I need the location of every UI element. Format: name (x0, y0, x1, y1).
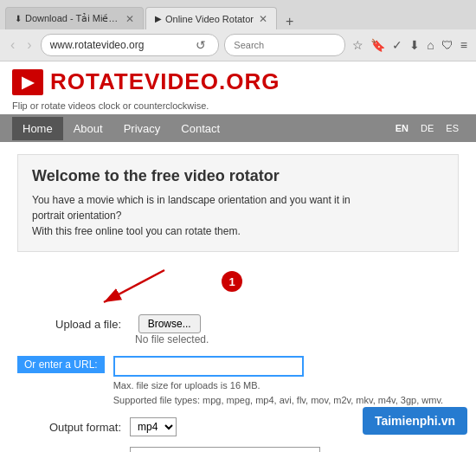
tab2-favicon: ▶ (155, 14, 162, 23)
welcome-line2: portrait orientation? (32, 210, 121, 222)
site-header: ROTATEVIDEO.ORG (0, 61, 476, 100)
arrow-area: 1 (17, 266, 459, 309)
tab1-favicon: ⬇ (15, 14, 22, 23)
output-label: Output format: (17, 417, 121, 434)
watermark: Taimienphi.vn (363, 407, 467, 435)
star-icon[interactable]: ☆ (351, 36, 365, 54)
search-box[interactable] (224, 34, 345, 56)
search-input[interactable] (234, 40, 336, 50)
home-icon[interactable]: ⌂ (425, 36, 435, 54)
download-icon[interactable]: ⬇ (408, 36, 421, 54)
lang-es[interactable]: ES (441, 120, 464, 136)
check-icon: ✓ (390, 36, 404, 54)
shield-icon: 🛡 (440, 36, 455, 54)
output-control: mp4 avi mov mkv (130, 417, 177, 436)
tab-bar: ⬇ Download - Tải Miền Phi... ✕ ▶ Online … (0, 0, 476, 29)
max-file-text: Max. file size for uploads is 16 MB. Sup… (113, 378, 443, 407)
url-box[interactable]: www.rotatevideo.org ↺ (41, 34, 220, 56)
logo-icon (12, 69, 43, 95)
nav-bar: Home About Privacy Contact EN DE ES (0, 114, 476, 142)
browser-chrome: ⬇ Download - Tải Miền Phi... ✕ ▶ Online … (0, 0, 476, 61)
tagline: Flip or rotate videos clock or countercl… (0, 100, 476, 114)
tab-download[interactable]: ⬇ Download - Tải Miền Phi... ✕ (5, 7, 144, 29)
browse-button[interactable]: Browse... (138, 314, 201, 333)
step-badge: 1 (222, 271, 242, 292)
nav-privacy[interactable]: Privacy (113, 117, 171, 140)
upload-row: Upload a file: Browse... No file selecte… (17, 314, 459, 345)
tab-rotatevideo[interactable]: ▶ Online Video Rotator ✕ (145, 7, 277, 29)
rotation-select[interactable]: Rotate by 90° clockwise. Rotate by 90° c… (130, 447, 320, 452)
forward-button[interactable]: › (23, 36, 35, 55)
nav-lang: EN DE ES (390, 120, 464, 136)
no-file-text: No file selected. (135, 333, 209, 345)
website: ROTATEVIDEO.ORG Flip or rotate videos cl… (0, 61, 476, 452)
welcome-title: Welcome to the free video rotator (32, 167, 444, 185)
back-button[interactable]: ‹ (7, 36, 18, 55)
url-label-button[interactable]: Or enter a URL: (17, 356, 105, 373)
address-bar: ‹ › www.rotatevideo.org ↺ ☆ 🔖 ✓ ⬇ ⌂ 🛡 ≡ (0, 29, 476, 61)
lang-de[interactable]: DE (415, 120, 439, 136)
svg-line-1 (104, 270, 164, 302)
menu-icon[interactable]: ≡ (459, 36, 469, 54)
arrow-svg (52, 266, 208, 309)
nav-contact[interactable]: Contact (170, 117, 230, 140)
url-text: www.rotatevideo.org (50, 39, 193, 51)
new-tab-button[interactable]: + (279, 14, 300, 29)
nav-about[interactable]: About (63, 117, 113, 140)
welcome-text: You have a movie which is in landscape o… (32, 192, 444, 239)
watermark-label: Taimienphi (375, 414, 438, 428)
reload-button[interactable]: ↺ (192, 38, 209, 52)
welcome-line3: With this free online tool you can rotat… (32, 225, 241, 237)
rotation-control: Rotate by 90° clockwise. Rotate by 90° c… (130, 447, 320, 452)
logo-text: ROTATEVIDEO.ORG (50, 68, 280, 95)
tab1-close[interactable]: ✕ (125, 13, 134, 25)
welcome-box: Welcome to the free video rotator You ha… (17, 154, 459, 252)
bookmark-icon[interactable]: 🔖 (369, 36, 387, 54)
watermark-sub: .vn (438, 414, 455, 428)
tab2-close[interactable]: ✕ (259, 13, 267, 25)
rotation-label: Rotation direction: (17, 447, 121, 452)
output-select[interactable]: mp4 avi mov mkv (130, 417, 177, 436)
url-row: Or enter a URL: Max. file size for uploa… (17, 356, 459, 407)
lang-en[interactable]: EN (390, 120, 414, 136)
step-badge-container: 1 (222, 271, 242, 292)
url-label-group: Or enter a URL: (17, 356, 105, 373)
nav-home[interactable]: Home (12, 117, 63, 140)
toolbar-icons: ☆ 🔖 ✓ ⬇ ⌂ 🛡 ≡ (351, 36, 469, 54)
browse-control: Browse... No file selected. (130, 314, 209, 345)
url-control: Max. file size for uploads is 16 MB. Sup… (113, 356, 443, 407)
welcome-line1: You have a movie which is in landscape o… (32, 194, 351, 206)
main-content: Welcome to the free video rotator You ha… (0, 142, 476, 452)
rotation-row: Rotation direction: Rotate by 90° clockw… (17, 447, 459, 452)
upload-label: Upload a file: (17, 314, 121, 331)
tab1-label: Download - Tải Miền Phi... (25, 13, 120, 24)
tab2-label: Online Video Rotator (165, 14, 254, 24)
url-input[interactable] (113, 356, 304, 377)
